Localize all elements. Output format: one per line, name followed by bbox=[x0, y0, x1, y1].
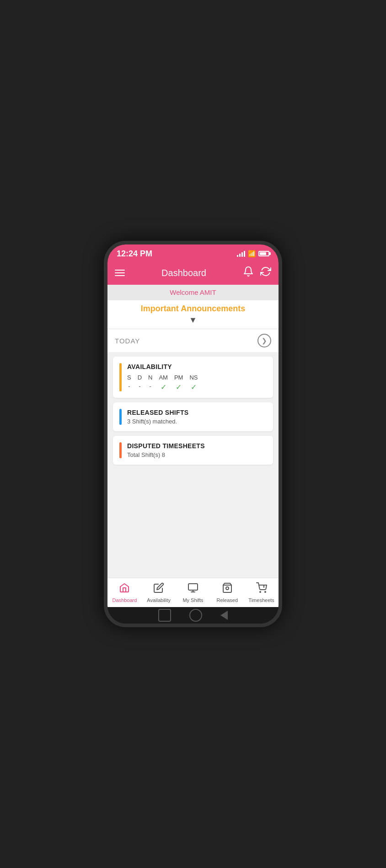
welcome-text: Welcome AMIT bbox=[170, 288, 216, 296]
nav-label-timesheets: Timesheets bbox=[248, 597, 274, 603]
nav-item-dashboard[interactable]: Dashboard bbox=[107, 578, 142, 607]
nav-label-my-shifts: My Shifts bbox=[182, 597, 203, 603]
avail-col-pm: PM ✓ bbox=[174, 374, 183, 391]
avail-value-am: ✓ bbox=[161, 383, 166, 391]
bottom-nav: Dashboard Availability My Shifts bbox=[107, 578, 279, 607]
svg-point-4 bbox=[226, 587, 229, 590]
avail-col-am: AM ✓ bbox=[159, 374, 168, 391]
disputed-timesheets-subtitle: Total Shift(s) 8 bbox=[127, 451, 267, 458]
avail-header-n: N bbox=[148, 374, 152, 381]
svg-point-5 bbox=[260, 591, 261, 592]
avail-header-ns: NS bbox=[189, 374, 198, 381]
avail-col-d: D - bbox=[138, 374, 142, 391]
shifts-icon bbox=[188, 582, 198, 596]
disputed-timesheets-card[interactable]: DISPUTED TIMESHEETS Total Shift(s) 8 bbox=[113, 436, 273, 465]
next-day-button[interactable]: ❯ bbox=[257, 334, 271, 347]
home-icon bbox=[119, 582, 130, 596]
phone-frame: 12:24 PM 📶 Dashboard bbox=[104, 241, 282, 627]
avail-header-am: AM bbox=[159, 374, 168, 381]
phone-bottom-bar bbox=[107, 607, 279, 624]
availability-grid: S - D - N - AM ✓ bbox=[127, 374, 267, 391]
avail-header-d: D bbox=[138, 374, 142, 381]
svg-point-6 bbox=[265, 591, 266, 592]
svg-rect-0 bbox=[188, 584, 198, 590]
battery-icon bbox=[258, 251, 269, 256]
released-shifts-card-body: RELEASED SHIFTS 3 Shift(s) matched. bbox=[127, 409, 267, 425]
welcome-bar: Welcome AMIT bbox=[107, 285, 279, 300]
today-row: TODAY ❯ bbox=[107, 329, 279, 352]
nav-item-my-shifts[interactable]: My Shifts bbox=[176, 578, 210, 607]
availability-card[interactable]: AVAILABILITY S - D - N - bbox=[113, 357, 273, 398]
cards-area: AVAILABILITY S - D - N - bbox=[107, 352, 279, 469]
announcements-section: Important Announcements ▼ bbox=[107, 300, 279, 329]
menu-icon[interactable] bbox=[115, 270, 125, 276]
square-button[interactable] bbox=[158, 609, 171, 622]
timesheets-icon bbox=[256, 582, 267, 596]
released-shifts-title: RELEASED SHIFTS bbox=[127, 409, 267, 416]
today-label: TODAY bbox=[115, 337, 140, 345]
nav-label-released: Released bbox=[217, 597, 238, 603]
avail-value-n: - bbox=[150, 383, 151, 390]
nav-item-released[interactable]: Released bbox=[210, 578, 244, 607]
avail-col-n: N - bbox=[148, 374, 152, 391]
signal-icon bbox=[237, 250, 245, 257]
home-button[interactable] bbox=[189, 609, 202, 622]
content-area: Welcome AMIT Important Announcements ▼ T… bbox=[107, 285, 279, 578]
availability-title: AVAILABILITY bbox=[127, 363, 267, 370]
avail-header-s: S bbox=[127, 374, 131, 381]
app-bar: Dashboard bbox=[107, 261, 279, 285]
avail-col-s: S - bbox=[127, 374, 131, 391]
avail-header-pm: PM bbox=[174, 374, 183, 381]
announcements-title: Important Announcements bbox=[111, 304, 275, 314]
status-bar: 12:24 PM 📶 bbox=[107, 244, 279, 261]
status-time: 12:24 PM bbox=[117, 249, 152, 259]
card-accent-orange bbox=[119, 442, 122, 458]
status-icons: 📶 bbox=[237, 250, 269, 257]
avail-value-d: - bbox=[139, 383, 140, 390]
avail-value-s: - bbox=[128, 383, 130, 390]
app-title: Dashboard bbox=[161, 268, 206, 278]
back-button[interactable] bbox=[220, 611, 228, 620]
edit-icon bbox=[153, 582, 164, 596]
nav-item-availability[interactable]: Availability bbox=[142, 578, 176, 607]
released-shifts-card[interactable]: RELEASED SHIFTS 3 Shift(s) matched. bbox=[113, 402, 273, 431]
nav-item-timesheets[interactable]: Timesheets bbox=[244, 578, 279, 607]
disputed-timesheets-title: DISPUTED TIMESHEETS bbox=[127, 442, 267, 450]
avail-value-pm: ✓ bbox=[176, 383, 182, 391]
released-icon bbox=[222, 582, 233, 596]
card-accent-yellow bbox=[119, 363, 122, 391]
refresh-icon[interactable] bbox=[260, 266, 271, 280]
card-accent-blue bbox=[119, 409, 122, 425]
wifi-icon: 📶 bbox=[248, 250, 256, 257]
availability-card-body: AVAILABILITY S - D - N - bbox=[127, 363, 267, 391]
avail-col-ns: NS ✓ bbox=[189, 374, 198, 391]
nav-label-dashboard: Dashboard bbox=[112, 597, 137, 603]
caret-down-icon[interactable]: ▼ bbox=[111, 315, 275, 325]
avail-value-ns: ✓ bbox=[191, 383, 197, 391]
app-bar-actions bbox=[243, 266, 271, 280]
notification-icon[interactable] bbox=[243, 266, 254, 280]
disputed-timesheets-card-body: DISPUTED TIMESHEETS Total Shift(s) 8 bbox=[127, 442, 267, 458]
nav-label-availability: Availability bbox=[147, 597, 171, 603]
released-shifts-subtitle: 3 Shift(s) matched. bbox=[127, 418, 267, 425]
